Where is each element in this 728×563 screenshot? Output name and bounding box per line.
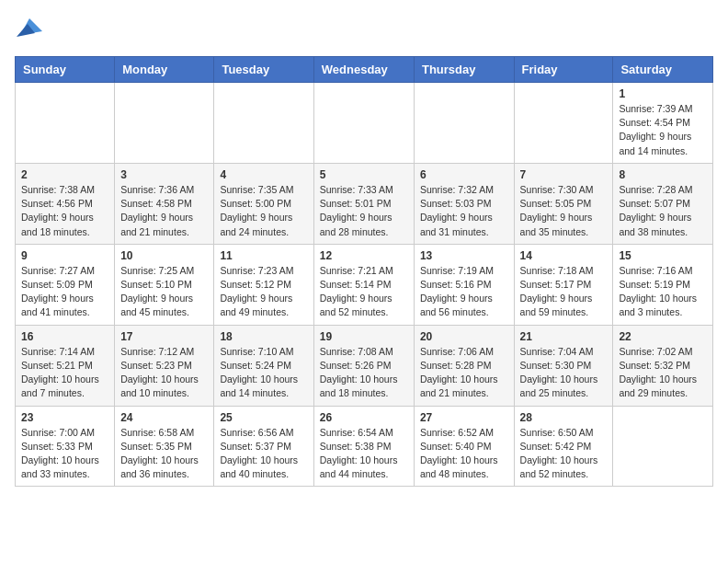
calendar-cell: 11Sunrise: 7:23 AM Sunset: 5:12 PM Dayli… <box>214 244 313 325</box>
day-number: 27 <box>420 411 508 424</box>
calendar-week-row: 1Sunrise: 7:39 AM Sunset: 4:54 PM Daylig… <box>16 83 713 164</box>
day-of-week-header: Wednesday <box>313 57 414 83</box>
calendar-cell: 7Sunrise: 7:30 AM Sunset: 5:05 PM Daylig… <box>514 163 613 244</box>
day-number: 10 <box>120 249 208 262</box>
day-number: 21 <box>520 330 608 343</box>
day-info: Sunrise: 6:50 AM Sunset: 5:42 PM Dayligh… <box>520 426 608 482</box>
calendar-week-row: 9Sunrise: 7:27 AM Sunset: 5:09 PM Daylig… <box>16 244 713 325</box>
day-info: Sunrise: 7:19 AM Sunset: 5:16 PM Dayligh… <box>420 264 508 320</box>
calendar-cell <box>313 83 414 164</box>
day-info: Sunrise: 7:35 AM Sunset: 5:00 PM Dayligh… <box>220 183 307 239</box>
day-info: Sunrise: 7:18 AM Sunset: 5:17 PM Dayligh… <box>520 264 608 320</box>
calendar-week-row: 2Sunrise: 7:38 AM Sunset: 4:56 PM Daylig… <box>16 163 713 244</box>
calendar-cell: 23Sunrise: 7:00 AM Sunset: 5:33 PM Dayli… <box>16 406 115 487</box>
calendar-cell: 8Sunrise: 7:28 AM Sunset: 5:07 PM Daylig… <box>613 163 713 244</box>
day-number: 19 <box>320 330 408 343</box>
day-info: Sunrise: 7:08 AM Sunset: 5:26 PM Dayligh… <box>320 345 408 401</box>
calendar-cell: 19Sunrise: 7:08 AM Sunset: 5:26 PM Dayli… <box>313 325 414 406</box>
calendar-cell: 24Sunrise: 6:58 AM Sunset: 5:35 PM Dayli… <box>115 406 214 487</box>
calendar-cell: 12Sunrise: 7:21 AM Sunset: 5:14 PM Dayli… <box>313 244 414 325</box>
day-number: 14 <box>520 249 608 262</box>
day-number: 8 <box>619 168 707 181</box>
day-info: Sunrise: 7:06 AM Sunset: 5:28 PM Dayligh… <box>420 345 508 401</box>
day-number: 5 <box>320 168 408 181</box>
day-info: Sunrise: 7:14 AM Sunset: 5:21 PM Dayligh… <box>21 345 108 401</box>
day-info: Sunrise: 7:28 AM Sunset: 5:07 PM Dayligh… <box>619 183 707 239</box>
day-info: Sunrise: 7:36 AM Sunset: 4:58 PM Dayligh… <box>120 183 208 239</box>
calendar-week-row: 16Sunrise: 7:14 AM Sunset: 5:21 PM Dayli… <box>16 325 713 406</box>
calendar-cell: 25Sunrise: 6:56 AM Sunset: 5:37 PM Dayli… <box>214 406 313 487</box>
calendar-cell: 17Sunrise: 7:12 AM Sunset: 5:23 PM Dayli… <box>115 325 214 406</box>
calendar-cell: 13Sunrise: 7:19 AM Sunset: 5:16 PM Dayli… <box>414 244 514 325</box>
day-number: 25 <box>220 411 307 424</box>
calendar-header-row: SundayMondayTuesdayWednesdayThursdayFrid… <box>16 57 713 83</box>
calendar-cell: 22Sunrise: 7:02 AM Sunset: 5:32 PM Dayli… <box>613 325 713 406</box>
calendar-cell <box>613 406 713 487</box>
calendar-cell <box>514 83 613 164</box>
day-info: Sunrise: 6:54 AM Sunset: 5:38 PM Dayligh… <box>320 426 408 482</box>
day-of-week-header: Sunday <box>16 57 115 83</box>
page-header <box>15 15 713 45</box>
calendar-cell: 6Sunrise: 7:32 AM Sunset: 5:03 PM Daylig… <box>414 163 514 244</box>
day-number: 23 <box>21 411 108 424</box>
day-info: Sunrise: 7:27 AM Sunset: 5:09 PM Dayligh… <box>21 264 108 320</box>
day-info: Sunrise: 7:21 AM Sunset: 5:14 PM Dayligh… <box>320 264 408 320</box>
logo <box>15 15 42 45</box>
day-number: 15 <box>619 249 707 262</box>
day-info: Sunrise: 6:56 AM Sunset: 5:37 PM Dayligh… <box>220 426 307 482</box>
day-of-week-header: Monday <box>115 57 214 83</box>
calendar-cell: 5Sunrise: 7:33 AM Sunset: 5:01 PM Daylig… <box>313 163 414 244</box>
day-info: Sunrise: 7:02 AM Sunset: 5:32 PM Dayligh… <box>619 345 707 401</box>
day-info: Sunrise: 7:25 AM Sunset: 5:10 PM Dayligh… <box>120 264 208 320</box>
day-info: Sunrise: 7:04 AM Sunset: 5:30 PM Dayligh… <box>520 345 608 401</box>
calendar-week-row: 23Sunrise: 7:00 AM Sunset: 5:33 PM Dayli… <box>16 406 713 487</box>
day-number: 20 <box>420 330 508 343</box>
calendar-cell: 4Sunrise: 7:35 AM Sunset: 5:00 PM Daylig… <box>214 163 313 244</box>
calendar-cell: 15Sunrise: 7:16 AM Sunset: 5:19 PM Dayli… <box>613 244 713 325</box>
day-of-week-header: Friday <box>514 57 613 83</box>
calendar-cell <box>214 83 313 164</box>
calendar-cell: 21Sunrise: 7:04 AM Sunset: 5:30 PM Dayli… <box>514 325 613 406</box>
calendar-cell: 20Sunrise: 7:06 AM Sunset: 5:28 PM Dayli… <box>414 325 514 406</box>
calendar-cell <box>16 83 115 164</box>
day-number: 11 <box>220 249 307 262</box>
calendar-cell: 1Sunrise: 7:39 AM Sunset: 4:54 PM Daylig… <box>613 83 713 164</box>
calendar-cell: 27Sunrise: 6:52 AM Sunset: 5:40 PM Dayli… <box>414 406 514 487</box>
calendar-cell: 14Sunrise: 7:18 AM Sunset: 5:17 PM Dayli… <box>514 244 613 325</box>
day-info: Sunrise: 7:23 AM Sunset: 5:12 PM Dayligh… <box>220 264 307 320</box>
day-number: 12 <box>320 249 408 262</box>
day-info: Sunrise: 7:10 AM Sunset: 5:24 PM Dayligh… <box>220 345 307 401</box>
day-of-week-header: Thursday <box>414 57 514 83</box>
day-info: Sunrise: 7:12 AM Sunset: 5:23 PM Dayligh… <box>120 345 208 401</box>
day-number: 24 <box>120 411 208 424</box>
day-info: Sunrise: 7:16 AM Sunset: 5:19 PM Dayligh… <box>619 264 707 320</box>
day-number: 1 <box>619 87 707 100</box>
day-info: Sunrise: 7:38 AM Sunset: 4:56 PM Dayligh… <box>21 183 108 239</box>
day-number: 3 <box>120 168 208 181</box>
day-of-week-header: Tuesday <box>214 57 313 83</box>
calendar-cell: 10Sunrise: 7:25 AM Sunset: 5:10 PM Dayli… <box>115 244 214 325</box>
day-number: 28 <box>520 411 608 424</box>
calendar-table: SundayMondayTuesdayWednesdayThursdayFrid… <box>15 56 713 487</box>
day-info: Sunrise: 7:00 AM Sunset: 5:33 PM Dayligh… <box>21 426 108 482</box>
day-number: 17 <box>120 330 208 343</box>
calendar-cell: 18Sunrise: 7:10 AM Sunset: 5:24 PM Dayli… <box>214 325 313 406</box>
day-number: 2 <box>21 168 108 181</box>
day-number: 4 <box>220 168 307 181</box>
day-info: Sunrise: 7:33 AM Sunset: 5:01 PM Dayligh… <box>320 183 408 239</box>
day-info: Sunrise: 7:32 AM Sunset: 5:03 PM Dayligh… <box>420 183 508 239</box>
day-number: 22 <box>619 330 707 343</box>
calendar-cell: 9Sunrise: 7:27 AM Sunset: 5:09 PM Daylig… <box>16 244 115 325</box>
calendar-cell: 26Sunrise: 6:54 AM Sunset: 5:38 PM Dayli… <box>313 406 414 487</box>
calendar-cell: 3Sunrise: 7:36 AM Sunset: 4:58 PM Daylig… <box>115 163 214 244</box>
day-number: 9 <box>21 249 108 262</box>
calendar-cell: 16Sunrise: 7:14 AM Sunset: 5:21 PM Dayli… <box>16 325 115 406</box>
calendar-cell <box>414 83 514 164</box>
day-info: Sunrise: 7:30 AM Sunset: 5:05 PM Dayligh… <box>520 183 608 239</box>
calendar-cell: 2Sunrise: 7:38 AM Sunset: 4:56 PM Daylig… <box>16 163 115 244</box>
day-number: 6 <box>420 168 508 181</box>
day-number: 18 <box>220 330 307 343</box>
day-number: 16 <box>21 330 108 343</box>
calendar-cell: 28Sunrise: 6:50 AM Sunset: 5:42 PM Dayli… <box>514 406 613 487</box>
day-number: 13 <box>420 249 508 262</box>
